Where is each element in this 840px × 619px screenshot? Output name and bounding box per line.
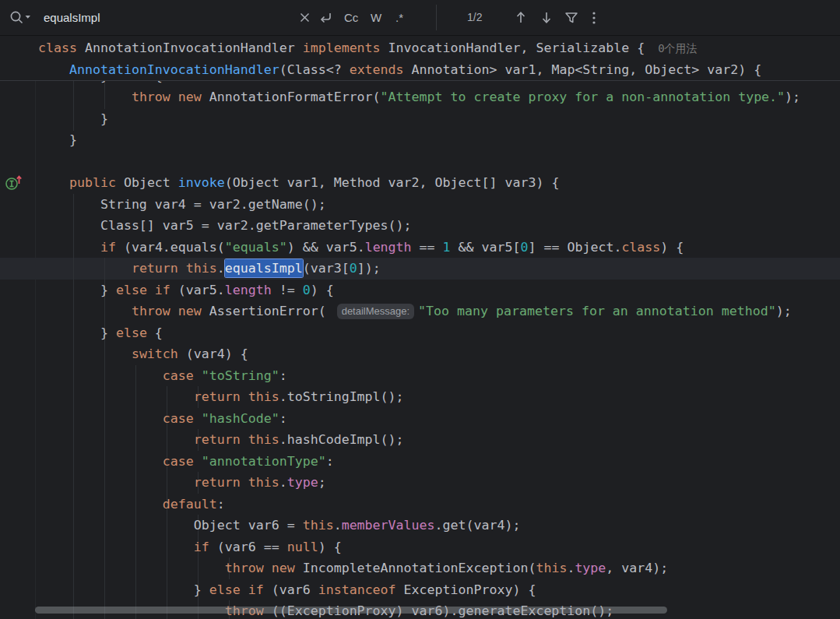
code-token: ); [785,90,800,104]
code-token: Object [124,175,178,190]
code-line[interactable]: String var4 = var2.getName(); [38,194,326,216]
code-token [38,62,69,77]
code-token: (var5. [178,283,225,297]
code-token: return this [194,475,279,490]
code-token: else if [209,582,272,597]
code-line[interactable]: public Object invoke(Object var1, Method… [38,172,559,194]
sticky-lines-header[interactable]: class AnnotationInvocationHandler implem… [0,36,840,81]
code-token: "toString" [202,368,279,383]
code-token: type [287,475,318,490]
implements-method-gutter-icon[interactable] [4,173,24,193]
code-token: Class[] var5 = var2.getParameterTypes(); [38,218,412,233]
code-line[interactable]: } else if (var6 instanceof ExceptionProx… [38,579,536,601]
code-token: "equals" [225,240,287,255]
code-token: ) { [318,540,342,554]
code-token: (var4) { [178,346,248,361]
code-line[interactable]: Class[] var5 = var2.getParameterTypes(); [38,215,412,237]
code-token: ) { [660,240,684,255]
newline-icon[interactable] [317,9,334,26]
search-icon[interactable] [9,10,33,26]
code-token: ) { [311,283,334,297]
code-token: ); [776,304,792,318]
code-line[interactable]: case "hashCode": [38,408,287,430]
code-line[interactable]: default: [38,494,225,515]
code-line[interactable]: if (var6 == null) { [38,536,342,558]
code-token: AnnotationFormatError( [209,90,381,104]
code-line[interactable]: return this.hashCodeImpl(); [38,429,404,451]
code-line[interactable]: if (var4.equals("equals") && var5.length… [38,237,684,259]
code-line[interactable]: case "toString": [38,365,287,387]
code-line[interactable]: } [38,108,108,130]
code-line[interactable]: switch (var4) { [38,343,248,365]
code-line[interactable]: Object var6 = this.memberValues.get(var4… [38,515,520,536]
sticky-code-line[interactable]: AnnotationInvocationHandler(Class<? exte… [38,59,761,81]
regex-toggle[interactable]: .* [395,0,403,35]
code-line[interactable]: return this.toStringImpl(); [38,386,404,408]
code-token: case [163,368,202,383]
code-token [38,454,163,469]
code-token: ; [318,475,326,490]
code-token: String var4 = var2.getName(); [38,197,326,212]
code-token [38,368,163,383]
code-line[interactable]: throw new AnnotationFormatError("Attempt… [38,86,800,108]
code-token: , var4); [606,561,668,575]
code-token: return this [194,389,279,404]
match-case-toggle[interactable]: Cc [344,0,358,35]
code-token [38,240,100,255]
gutter-divider [35,36,36,619]
code-token: ] == Object. [528,240,621,255]
code-token: : [279,368,287,383]
code-token: } [38,283,116,297]
code-token: if [194,540,217,554]
previous-occurrence-button[interactable] [514,10,528,25]
sticky-code-line[interactable]: class AnnotationInvocationHandler implem… [38,37,698,59]
search-match: equalsImpl [225,259,303,277]
code-token: AssertionError( [209,304,334,318]
code-token: switch [132,346,178,361]
code-token: class [621,240,660,255]
code-token: else if [116,283,178,297]
code-line[interactable]: return this.type; [38,472,326,494]
code-token [38,304,132,318]
code-editor[interactable]: } else { throw new AnnotationFormatError… [0,0,840,619]
code-token: : [326,454,334,469]
chevron-down-icon [26,16,31,19]
code-line[interactable]: } else { [38,322,163,344]
code-line[interactable]: return this.equalsImpl(var3[0]); [38,258,381,280]
next-occurrence-button[interactable] [539,10,554,25]
code-line[interactable]: } else if (var5.length != 0) { [38,280,334,301]
code-token: InvocationHandler, Serializable { [388,40,645,55]
code-token [38,475,194,490]
code-token: instanceof [318,582,396,597]
code-token: (Object var1, Method var2, Object[] var3… [225,175,560,190]
code-token [38,497,163,512]
filter-icon[interactable] [564,10,579,26]
search-input[interactable]: equalsImpl [44,0,100,35]
whole-words-toggle[interactable]: W [371,0,381,35]
more-options-icon[interactable] [591,10,597,26]
code-token: class [38,40,85,55]
code-line[interactable]: } [38,129,77,151]
code-line[interactable]: throw new AssertionError( detailMessage:… [38,301,792,322]
code-token: "annotationType" [202,454,326,469]
code-token: (Class<? [279,62,350,77]
clear-search-icon[interactable] [298,11,311,24]
code-line[interactable]: throw new IncompleteAnnotationException(… [38,557,668,579]
code-token: .hashCodeImpl(); [279,432,404,447]
horizontal-scrollbar[interactable] [35,607,667,614]
code-token: Annotation> var1, Map<String, Object> va… [412,62,762,77]
code-token: (var6 == [217,540,287,554]
code-token: } [38,132,77,147]
code-token: 0 [303,283,311,297]
code-token: 0个用法 [645,42,697,55]
code-token: throw new [132,90,209,104]
code-token: } [38,582,209,597]
code-token: != [272,283,303,297]
code-token: throw new [225,561,303,575]
code-token [38,261,132,276]
code-token: . [279,475,287,490]
code-token: "Too many parameters for an annotation m… [418,304,776,318]
code-line[interactable]: case "annotationType": [38,451,334,473]
find-bar-separator [436,5,437,30]
code-token: memberValues [342,518,435,533]
